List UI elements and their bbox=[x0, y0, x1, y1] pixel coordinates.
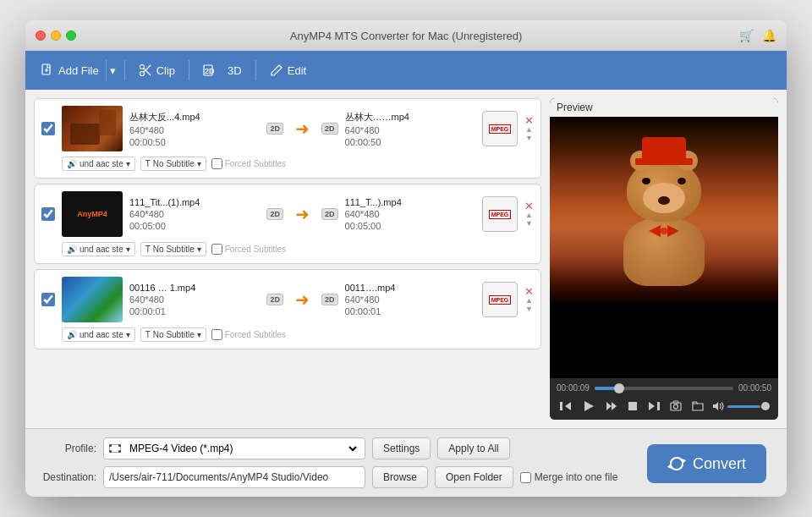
clip-icon bbox=[139, 63, 152, 77]
minimize-button[interactable] bbox=[51, 30, 61, 41]
skip-forward-button[interactable] bbox=[646, 399, 661, 414]
svg-marker-11 bbox=[584, 401, 594, 411]
output-filename: 0011….mp4 bbox=[345, 283, 475, 293]
apply-to-all-button[interactable]: Apply to All bbox=[437, 437, 509, 459]
forced-subtitle-checkbox[interactable] bbox=[211, 329, 222, 340]
stop-button[interactable] bbox=[626, 399, 639, 413]
output-duration: 00:00:50 bbox=[345, 137, 475, 147]
svg-rect-22 bbox=[109, 444, 112, 447]
audio-value: und aac ste bbox=[80, 245, 123, 254]
svg-marker-13 bbox=[612, 402, 617, 410]
input-filename: 00116 … 1.mp4 bbox=[129, 283, 260, 293]
clip-button[interactable]: Clip bbox=[130, 59, 184, 81]
progress-bar[interactable] bbox=[595, 387, 733, 390]
edit-icon bbox=[270, 63, 283, 77]
title-bar: AnyMP4 MTS Converter for Mac (Unregister… bbox=[25, 20, 787, 51]
add-file-dropdown[interactable]: ▾ bbox=[106, 60, 119, 81]
file-checkbox[interactable] bbox=[41, 207, 55, 221]
file-checkbox[interactable] bbox=[41, 122, 55, 135]
svg-rect-24 bbox=[109, 450, 112, 453]
destination-input[interactable] bbox=[103, 466, 365, 488]
play-button[interactable] bbox=[580, 398, 597, 415]
input-resolution: 640*480 bbox=[129, 125, 260, 135]
file-info-input: 111_Tit...(1).mp4 640*480 00:05:00 bbox=[129, 197, 260, 231]
profile-select-wrapper[interactable]: MPEG-4 Video (*.mp4) bbox=[103, 437, 365, 459]
audio-select[interactable]: 🔊 und aac ste ▾ bbox=[62, 327, 135, 342]
file-item-bottom: 🔊 und aac ste ▾ T No Subtitle ▾ Forced S… bbox=[41, 157, 534, 171]
add-file-button[interactable]: Add File bbox=[34, 59, 106, 81]
forced-subtitle-checkbox[interactable] bbox=[211, 158, 222, 169]
scroll-arrows: ▲ ▼ bbox=[525, 297, 533, 313]
3d-button[interactable]: 2D 3D bbox=[195, 60, 250, 81]
merge-checkbox[interactable] bbox=[520, 472, 531, 483]
format-input-group: 2D bbox=[266, 294, 283, 305]
output-settings-button[interactable]: MPEG bbox=[482, 196, 518, 232]
scroll-arrows: ▲ ▼ bbox=[525, 126, 533, 142]
audio-select[interactable]: 🔊 und aac ste ▾ bbox=[62, 157, 135, 171]
separator-1 bbox=[124, 60, 125, 80]
output-settings-button[interactable]: MPEG bbox=[482, 111, 518, 146]
subtitle-value: No Subtitle bbox=[153, 159, 195, 168]
input-resolution: 640*480 bbox=[129, 209, 260, 219]
audio-icon: 🔊 bbox=[67, 159, 77, 168]
subtitle-dropdown-arrow: ▾ bbox=[197, 330, 201, 339]
volume-thumb[interactable] bbox=[761, 402, 770, 410]
settings-button[interactable]: Settings bbox=[372, 437, 431, 459]
output-resolution: 640*480 bbox=[345, 125, 475, 135]
svg-line-5 bbox=[144, 69, 151, 75]
svg-point-18 bbox=[674, 404, 678, 409]
forced-subtitle-checkbox[interactable] bbox=[211, 244, 222, 255]
file-item: 丛林大反...4.mp4 640*480 00:00:50 2D ➜ 2D 丛林… bbox=[34, 98, 541, 179]
volume-track[interactable] bbox=[727, 405, 770, 408]
3d-icon: 2D bbox=[203, 64, 223, 76]
forced-subtitle: Forced Subtitles bbox=[211, 244, 286, 255]
open-file-button[interactable] bbox=[690, 399, 705, 414]
subtitle-select[interactable]: T No Subtitle ▾ bbox=[140, 242, 206, 256]
file-item-top: 丛林大反...4.mp4 640*480 00:00:50 2D ➜ 2D 丛林… bbox=[41, 106, 534, 151]
format-input-group: 2D bbox=[266, 123, 283, 135]
screenshot-button[interactable] bbox=[668, 399, 683, 414]
subtitle-select[interactable]: T No Subtitle ▾ bbox=[140, 327, 206, 342]
item-controls: ✕ ▲ ▼ bbox=[524, 115, 534, 142]
svg-rect-25 bbox=[118, 450, 121, 453]
scroll-up-button[interactable]: ▲ bbox=[525, 126, 533, 134]
maximize-button[interactable] bbox=[66, 30, 76, 41]
subtitle-select[interactable]: T No Subtitle ▾ bbox=[140, 157, 206, 171]
subtitle-value: No Subtitle bbox=[153, 330, 195, 339]
item-controls: ✕ ▲ ▼ bbox=[524, 286, 534, 313]
close-button[interactable] bbox=[36, 30, 46, 41]
forced-subtitle-label: Forced Subtitles bbox=[225, 159, 286, 168]
file-item-top: AnyMP4 111_Tit...(1).mp4 640*480 00:05:0… bbox=[41, 191, 534, 237]
scroll-up-button[interactable]: ▲ bbox=[525, 212, 533, 219]
separator-2 bbox=[189, 60, 189, 80]
progress-bar-container: 00:00:09 00:00:50 bbox=[557, 383, 771, 393]
scroll-up-button[interactable]: ▲ bbox=[525, 297, 533, 305]
skip-back-button[interactable] bbox=[558, 399, 573, 414]
audio-select[interactable]: 🔊 und aac ste ▾ bbox=[62, 242, 135, 256]
file-checkbox[interactable] bbox=[41, 293, 55, 306]
main-window: AnyMP4 MTS Converter for Mac (Unregister… bbox=[25, 20, 787, 497]
volume-slider bbox=[712, 401, 770, 411]
file-thumbnail bbox=[62, 106, 123, 151]
format-input-group: 2D bbox=[266, 208, 283, 220]
scroll-down-button[interactable]: ▼ bbox=[525, 220, 533, 228]
bottom-bar: Profile: MPEG-4 Video (*.mp4) bbox=[25, 428, 787, 497]
open-folder-button[interactable]: Open Folder bbox=[435, 466, 513, 488]
output-settings-button[interactable]: MPEG bbox=[482, 282, 518, 317]
input-filename: 丛林大反...4.mp4 bbox=[129, 111, 260, 124]
file-item-bottom: 🔊 und aac ste ▾ T No Subtitle ▾ Forced S… bbox=[41, 242, 534, 256]
scroll-down-button[interactable]: ▼ bbox=[525, 135, 533, 142]
settings-icon[interactable]: 🔔 bbox=[762, 29, 776, 42]
preview-header: Preview bbox=[550, 98, 778, 117]
fast-forward-button[interactable] bbox=[604, 399, 619, 414]
progress-thumb[interactable] bbox=[614, 383, 624, 393]
profile-select[interactable]: MPEG-4 Video (*.mp4) bbox=[126, 442, 359, 455]
scroll-down-button[interactable]: ▼ bbox=[525, 305, 533, 313]
input-filename: 111_Tit...(1).mp4 bbox=[129, 197, 260, 207]
cart-icon[interactable]: 🛒 bbox=[739, 29, 754, 42]
edit-button[interactable]: Edit bbox=[261, 59, 315, 81]
profile-label: Profile: bbox=[37, 443, 96, 454]
browse-button[interactable]: Browse bbox=[372, 466, 428, 488]
format-output-group: 2D bbox=[321, 208, 338, 220]
convert-button[interactable]: Convert bbox=[647, 444, 766, 483]
